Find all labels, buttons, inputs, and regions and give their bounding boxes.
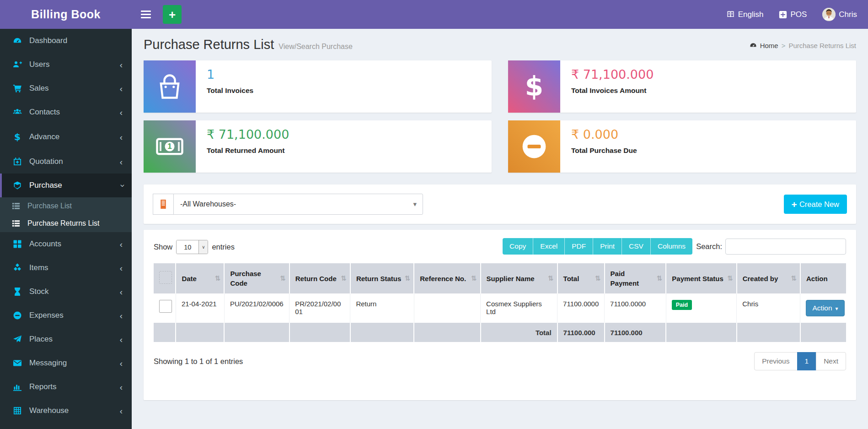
- top-header: Billing Book English POS Chris: [0, 0, 868, 29]
- sidebar-item-quotation[interactable]: Quotation: [0, 150, 132, 174]
- page-1-button[interactable]: 1: [797, 352, 817, 370]
- dashboard-icon: [12, 36, 23, 45]
- sidebar-item-items[interactable]: Items: [0, 256, 132, 280]
- stat-card-total-returned-amount: 1 ₹ 71,100.000 Total Returned Amount: [144, 120, 492, 173]
- warehouse-icon: [12, 406, 23, 415]
- table-row: 21-04-2021 PU/2021/02/0006 PR/2021/02/00…: [154, 293, 846, 323]
- user-plus-icon: [12, 60, 23, 69]
- column-header-supplier-name[interactable]: Supplier Name: [481, 263, 557, 293]
- pos-button[interactable]: POS: [779, 10, 807, 19]
- print-button[interactable]: Print: [593, 238, 622, 255]
- create-new-button[interactable]: Create New: [784, 195, 847, 214]
- search-label: Search:: [696, 242, 722, 251]
- quick-add-button[interactable]: [163, 5, 182, 24]
- sort-icon[interactable]: [727, 274, 733, 283]
- cube-icon: [12, 181, 23, 190]
- page-length-select[interactable]: 10: [176, 240, 208, 254]
- sidebar-item-label: Warehouse: [29, 406, 69, 415]
- sidebar-item-label: Dashboard: [29, 36, 67, 45]
- sidebar-item-users[interactable]: Users: [0, 53, 132, 76]
- language-icon: [726, 10, 735, 19]
- cell-purchase-code: PU/2021/02/0006: [224, 293, 289, 323]
- sort-icon[interactable]: [341, 274, 347, 283]
- sidebar-item-warehouse[interactable]: Warehouse: [0, 399, 132, 423]
- sidebar-item-label: Purchase: [29, 181, 62, 190]
- sidebar-item-messaging[interactable]: Messaging: [0, 351, 132, 375]
- language-label: English: [738, 10, 764, 19]
- column-header-purchase-code[interactable]: Purchase Code: [224, 263, 289, 293]
- select-all-header: [154, 263, 176, 293]
- sidebar-item-label: Contacts: [29, 108, 60, 117]
- next-page-button[interactable]: Next: [816, 352, 846, 370]
- column-header-return-status[interactable]: Return Status: [350, 263, 414, 293]
- sidebar-item-stock[interactable]: Stock: [0, 280, 132, 304]
- csv-button[interactable]: CSV: [622, 238, 651, 255]
- columns-button[interactable]: Columns: [651, 238, 692, 255]
- search-input[interactable]: [725, 239, 846, 255]
- sidebar-item-sales[interactable]: Sales: [0, 76, 132, 100]
- app-logo[interactable]: Billing Book: [0, 0, 132, 29]
- excel-button[interactable]: Excel: [533, 238, 565, 255]
- paper-plane-icon: [12, 335, 23, 344]
- sidebar-item-purchase-list[interactable]: Purchase List: [0, 197, 132, 215]
- sort-icon[interactable]: [657, 274, 663, 283]
- sidebar-item-purchase[interactable]: Purchase: [0, 174, 132, 197]
- previous-page-button[interactable]: Previous: [754, 352, 797, 370]
- cell-return-status: Return: [350, 293, 414, 323]
- action-dropdown-button[interactable]: Action: [806, 300, 844, 316]
- cell-paid-payment: 71100.0000: [605, 293, 666, 323]
- pdf-button[interactable]: PDF: [565, 238, 593, 255]
- sort-icon[interactable]: [215, 274, 221, 283]
- pos-label: POS: [790, 10, 807, 19]
- shopping-bag-icon: [144, 60, 196, 113]
- breadcrumb-home-link[interactable]: Home: [760, 42, 778, 49]
- sidebar-item-expenses[interactable]: Expenses: [0, 304, 132, 327]
- sort-icon[interactable]: [791, 274, 797, 283]
- sort-icon[interactable]: [548, 274, 554, 283]
- warehouse-selected-value: -All Warehouses-: [180, 200, 236, 208]
- sidebar-toggle-button[interactable]: [141, 7, 156, 22]
- warehouse-filter-card: -All Warehouses- Create New: [144, 185, 856, 224]
- select-all-checkbox[interactable]: [159, 271, 172, 284]
- sidebar-item-reports[interactable]: Reports: [0, 375, 132, 399]
- bar-chart-icon: [12, 382, 23, 391]
- contacts-icon: [12, 108, 23, 117]
- copy-button[interactable]: Copy: [503, 238, 533, 255]
- column-header-date[interactable]: Date: [176, 263, 224, 293]
- stat-card-total-invoices-amount: ₹ 71,100.000 Total Invoices Amount: [508, 60, 856, 113]
- sidebar-item-contacts[interactable]: Contacts: [0, 100, 132, 124]
- list-icon: [12, 202, 22, 210]
- stat-value: ₹ 71,100.000: [207, 127, 289, 141]
- plus-square-icon: [779, 11, 787, 19]
- sidebar-item-advance[interactable]: Advance: [0, 124, 132, 150]
- sidebar-item-purchase-returns-list[interactable]: Purchase Returns List: [0, 215, 132, 232]
- cell-payment-status: Paid: [666, 293, 736, 323]
- cart-icon: [12, 84, 23, 93]
- column-header-created-by[interactable]: Created by: [737, 263, 800, 293]
- sort-icon[interactable]: [280, 274, 286, 283]
- language-menu[interactable]: English: [726, 10, 764, 19]
- chevron-left-icon: [120, 311, 123, 320]
- sidebar-item-label: Advance: [29, 132, 59, 141]
- column-header-return-code[interactable]: Return Code: [289, 263, 350, 293]
- column-header-reference-no[interactable]: Reference No.: [414, 263, 480, 293]
- sidebar-item-places[interactable]: Places: [0, 327, 132, 351]
- column-header-paid-payment[interactable]: Paid Payment: [605, 263, 666, 293]
- page-subtitle: View/Search Purchase: [279, 43, 353, 51]
- sidebar-item-label: Items: [29, 263, 48, 272]
- sort-icon[interactable]: [471, 274, 477, 283]
- purchase-submenu: Purchase List Purchase Returns List: [0, 197, 132, 232]
- sidebar-item-dashboard[interactable]: Dashboard: [0, 29, 132, 53]
- stat-value: 1: [207, 67, 253, 81]
- sidebar-item-label: Stock: [29, 287, 49, 296]
- column-header-total[interactable]: Total: [557, 263, 605, 293]
- warehouse-select[interactable]: -All Warehouses-: [173, 194, 423, 215]
- row-checkbox[interactable]: [159, 300, 172, 313]
- sort-icon[interactable]: [595, 274, 601, 283]
- sort-icon[interactable]: [405, 274, 411, 283]
- sidebar-item-accounts[interactable]: Accounts: [0, 232, 132, 256]
- sidebar-item-label: Purchase Returns List: [27, 219, 99, 228]
- user-menu[interactable]: Chris: [822, 8, 857, 21]
- calendar-plus-icon: [12, 157, 23, 166]
- column-header-payment-status[interactable]: Payment Status: [666, 263, 736, 293]
